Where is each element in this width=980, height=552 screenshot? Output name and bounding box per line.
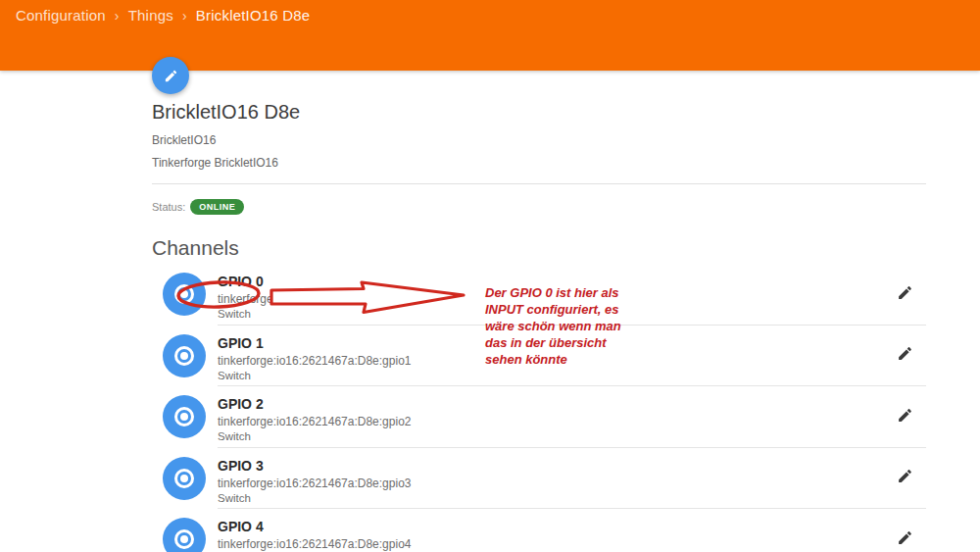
status-row: Status: ONLINE [152, 199, 926, 215]
radio-button-checked-icon [174, 529, 194, 549]
edit-channel-button[interactable] [893, 280, 916, 304]
channel-type: Switch [218, 308, 411, 320]
channel-type: Switch [218, 492, 411, 504]
channel-info: GPIO 3 tinkerforge:io16:2621467a:D8e:gpi… [218, 457, 411, 504]
channel-name: GPIO 3 [218, 458, 411, 474]
channel-info: GPIO 4 tinkerforge:io16:2621467a:D8e:gpi… [218, 518, 411, 552]
channel-link-button[interactable] [163, 457, 206, 500]
annotation-line: INPUT configuriert, es [485, 301, 652, 318]
channel-uid: tinkerforge:io16:2621467a:D8e:gpio2 [218, 415, 411, 428]
edit-channel-button[interactable] [893, 526, 916, 549]
channel-type: Switch [218, 370, 411, 381]
channel-uid: tinkerforge:io16:2621467a:D8e:gpio0 [218, 292, 411, 306]
channel-row-gpio2: GPIO 2 tinkerforge:io16:2621467a:D8e:gpi… [152, 386, 926, 447]
channels-heading: Channels [152, 236, 926, 260]
breadcrumb-separator-icon: › [106, 8, 128, 24]
breadcrumb-item-configuration[interactable]: Configuration [16, 7, 106, 24]
channel-name: GPIO 2 [218, 396, 411, 412]
thing-description: Tinkerforge BrickletIO16 [152, 156, 926, 170]
annotation-line: wäre schön wenn man [485, 318, 652, 334]
channel-uid: tinkerforge:io16:2621467a:D8e:gpio4 [218, 537, 411, 551]
channel-link-button[interactable] [163, 395, 206, 438]
channel-uid: tinkerforge:io16:2621467a:D8e:gpio3 [218, 477, 411, 490]
breadcrumb-item-current-thing: BrickletIO16 D8e [196, 7, 311, 24]
breadcrumb-item-things[interactable]: Things [128, 7, 173, 24]
pencil-icon [897, 407, 913, 424]
annotation-line: Der GPIO 0 ist hier als [485, 284, 652, 301]
channel-info: GPIO 2 tinkerforge:io16:2621467a:D8e:gpi… [218, 395, 411, 442]
channel-link-button[interactable] [163, 334, 206, 377]
annotation-line: sehen könnte [485, 351, 652, 368]
channel-link-button[interactable] [163, 518, 206, 552]
channel-row-gpio3: GPIO 3 tinkerforge:io16:2621467a:D8e:gpi… [152, 448, 926, 509]
page-title: BrickletIO16 D8e [152, 101, 926, 124]
edit-channel-button[interactable] [893, 342, 916, 366]
radio-button-checked-icon [174, 346, 194, 366]
channel-name: GPIO 0 [218, 274, 411, 289]
radio-button-checked-icon [174, 284, 194, 304]
pencil-icon [897, 345, 913, 362]
pencil-icon [897, 284, 913, 301]
breadcrumb-separator-icon: › [173, 8, 196, 24]
radio-button-checked-icon [174, 469, 194, 488]
status-badge: ONLINE [190, 199, 244, 215]
annotation-note: Der GPIO 0 ist hier als INPUT configurie… [485, 284, 652, 368]
edit-channel-button[interactable] [893, 465, 916, 488]
status-label: Status: [152, 201, 185, 213]
channel-link-button[interactable] [163, 273, 206, 316]
breadcrumb: Configuration › Things › BrickletIO16 D8… [0, 0, 980, 24]
app-header: Configuration › Things › BrickletIO16 D8… [0, 0, 980, 71]
pencil-icon [164, 69, 178, 83]
pencil-icon [897, 529, 913, 546]
pencil-icon [897, 468, 913, 484]
channel-uid: tinkerforge:io16:2621467a:D8e:gpio1 [218, 354, 411, 368]
annotation-line: das in der übersicht [485, 334, 652, 351]
channel-type: Switch [218, 430, 411, 442]
thing-type-label: BrickletIO16 [152, 133, 926, 147]
section-divider [152, 183, 926, 184]
edit-channel-button[interactable] [893, 403, 916, 427]
channel-row-gpio4: GPIO 4 tinkerforge:io16:2621467a:D8e:gpi… [152, 509, 926, 552]
channel-name: GPIO 1 [218, 335, 411, 351]
edit-thing-fab[interactable] [152, 57, 189, 94]
channel-name: GPIO 4 [218, 519, 411, 534]
channel-info: GPIO 1 tinkerforge:io16:2621467a:D8e:gpi… [218, 334, 411, 381]
radio-button-checked-icon [174, 407, 194, 427]
channel-info: GPIO 0 tinkerforge:io16:2621467a:D8e:gpi… [218, 273, 411, 320]
